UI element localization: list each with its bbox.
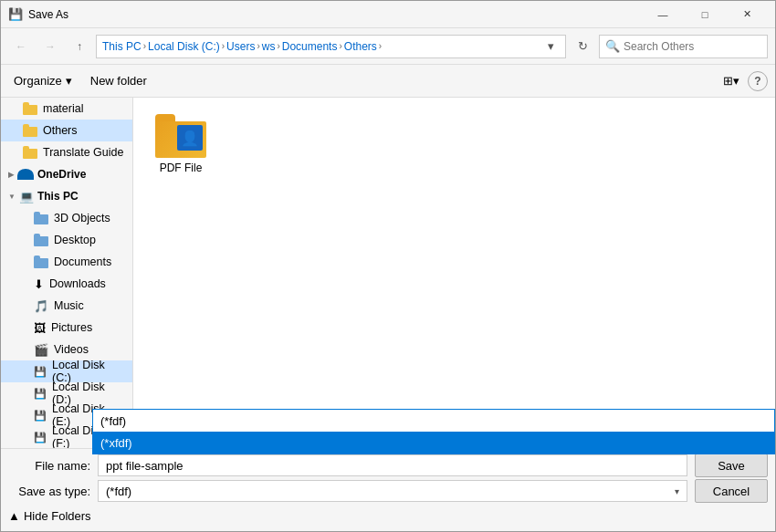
sidebar-label-3dobjects: 3D Objects [54, 212, 110, 224]
search-icon: 🔍 [605, 39, 620, 53]
window-controls: — □ ✕ [642, 1, 768, 28]
address-toolbar: ← → ↑ This PC › Local Disk (C:) › Users … [1, 28, 775, 65]
filename-row: File name: Save [8, 453, 768, 478]
address-bar[interactable]: This PC › Local Disk (C:) › Users › ws ›… [96, 35, 566, 58]
breadcrumb-localdisk[interactable]: Local Disk (C:) [148, 40, 220, 53]
breadcrumb-thispc[interactable]: This PC [102, 40, 142, 53]
drive-icon-e: 💾 [34, 410, 47, 422]
sidebar-item-localdisk-d[interactable]: 💾 Local Disk (D:) [1, 382, 132, 404]
filename-input[interactable] [98, 454, 687, 476]
drive-icon-f: 💾 [34, 432, 47, 443]
title-bar: 💾 Save As — □ ✕ [1, 1, 775, 28]
file-item-pdf[interactable]: 👤 PDF File [144, 109, 217, 180]
sidebar-label-music: Music [54, 299, 84, 312]
organize-toolbar: Organize ▾ New folder ⊞▾ ? [1, 65, 775, 98]
pc-icon: 💻 [19, 190, 34, 203]
breadcrumb: This PC › Local Disk (C:) › Users › ws ›… [102, 40, 538, 53]
folder-icon [23, 102, 37, 115]
dropdown-option-xfdf[interactable]: (*xfdf) [93, 432, 774, 454]
downloads-icon: ⬇ [34, 277, 44, 291]
search-input[interactable] [624, 40, 761, 53]
main-content: material Others Translate Guide ▶ OneDri… [1, 98, 775, 448]
sidebar: material Others Translate Guide ▶ OneDri… [1, 98, 133, 448]
filetype-label: Save as type: [8, 485, 90, 498]
sidebar-item-desktop[interactable]: Desktop [1, 229, 132, 251]
dropdown-option-xfdf-label: (*xfdf) [100, 436, 132, 450]
drive-icon-c: 💾 [34, 366, 47, 378]
sidebar-item-localdisk-c[interactable]: 💾 Local Disk (C:) [1, 360, 132, 382]
toolbar2-right: ⊞▾ ? [718, 69, 768, 93]
file-label-pdf: PDF File [160, 162, 203, 174]
filetype-row: Save as type: (*fdf) ▾ Cancel [8, 478, 768, 504]
sidebar-label-downloads: Downloads [49, 277, 106, 290]
sidebar-item-downloads[interactable]: ⬇ Downloads [1, 273, 132, 295]
close-button[interactable]: ✕ [726, 1, 768, 28]
sidebar-section-thispc[interactable]: ▼ 💻 This PC [1, 185, 132, 207]
maximize-button[interactable]: □ [684, 1, 726, 28]
dropdown-option-fdf[interactable]: (*fdf) [93, 410, 774, 432]
chevron-down-icon: ▼ [8, 193, 16, 201]
sidebar-item-translate[interactable]: Translate Guide [1, 141, 132, 163]
help-button[interactable]: ? [748, 71, 768, 91]
hide-folders-button[interactable]: ▲ Hide Folders [8, 509, 91, 523]
view-button[interactable]: ⊞▾ [718, 69, 744, 93]
filetype-value: (*fdf) [106, 485, 131, 498]
sidebar-label-onedrive: OneDrive [37, 168, 86, 181]
filetype-dropdown[interactable]: (*fdf) ▾ [98, 480, 687, 502]
organize-button[interactable]: Organize ▾ [8, 69, 78, 93]
cancel-button[interactable]: Cancel [695, 479, 768, 503]
breadcrumb-users[interactable]: Users [226, 40, 255, 53]
sidebar-item-pictures[interactable]: 🖼 Pictures [1, 317, 132, 339]
forward-button[interactable]: → [37, 34, 63, 59]
breadcrumb-documents[interactable]: Documents [282, 40, 338, 53]
sidebar-item-3dobjects[interactable]: 3D Objects [1, 207, 132, 229]
content-area: 👤 PDF File [133, 98, 775, 448]
pictures-icon: 🖼 [34, 321, 46, 335]
sidebar-label-desktop: Desktop [54, 234, 96, 246]
organize-dropdown-icon: ▾ [66, 74, 72, 88]
breadcrumb-ws[interactable]: ws [262, 40, 276, 53]
chevron-right-icon: ▶ [8, 171, 14, 179]
refresh-button[interactable]: ↻ [570, 34, 595, 59]
sidebar-item-others[interactable]: Others [1, 120, 132, 141]
sidebar-label-documents: Documents [54, 256, 111, 268]
sidebar-scroll: material Others Translate Guide ▶ OneDri… [1, 98, 132, 448]
breadcrumb-dropdown[interactable]: ▾ [541, 35, 560, 58]
up-button[interactable]: ↑ [67, 34, 92, 59]
search-box[interactable]: 🔍 [599, 35, 768, 58]
music-icon: 🎵 [34, 299, 48, 313]
onedrive-icon [17, 169, 34, 180]
filename-label: File name: [8, 459, 90, 473]
folder-icon-3dobjects [34, 212, 48, 224]
folder-icon-others [23, 124, 37, 137]
sidebar-section-onedrive[interactable]: ▶ OneDrive [1, 163, 132, 185]
sidebar-label-videos: Videos [54, 343, 89, 356]
new-folder-label: New folder [90, 74, 147, 88]
pdf-folder-overlay: 👤 [177, 125, 203, 151]
save-as-dialog: 💾 Save As — □ ✕ ← → ↑ This PC › Local Di… [0, 0, 776, 532]
save-button[interactable]: Save [695, 454, 768, 477]
dialog-icon: 💾 [8, 7, 23, 22]
sidebar-label-translate: Translate Guide [43, 146, 123, 159]
videos-icon: 🎬 [34, 343, 48, 357]
dropdown-option-fdf-label: (*fdf) [100, 414, 126, 428]
minimize-button[interactable]: — [642, 1, 684, 28]
sidebar-label-others: Others [43, 124, 78, 137]
sidebar-item-material[interactable]: material [1, 98, 132, 120]
bottom-bar: File name: Save Save as type: (*fdf) ▾ C… [1, 448, 775, 531]
folder-icon-documents [34, 256, 48, 268]
back-button[interactable]: ← [8, 34, 34, 59]
breadcrumb-others[interactable]: Others [344, 40, 377, 53]
sidebar-item-videos[interactable]: 🎬 Videos [1, 339, 132, 360]
sidebar-item-music[interactable]: 🎵 Music [1, 295, 132, 317]
sidebar-label-pictures: Pictures [51, 321, 92, 334]
sidebar-item-documents[interactable]: Documents [1, 251, 132, 273]
pdf-folder-icon: 👤 [155, 114, 206, 158]
chevron-up-icon: ▲ [8, 509, 20, 523]
filetype-dropdown-popup[interactable]: (*fdf) (*xfdf) [92, 409, 775, 454]
sidebar-label-material: material [43, 102, 83, 115]
dialog-title: Save As [28, 8, 642, 21]
new-folder-button[interactable]: New folder [85, 69, 152, 93]
drive-icon-d: 💾 [34, 388, 47, 400]
hide-folders-row: ▲ Hide Folders [8, 504, 768, 527]
